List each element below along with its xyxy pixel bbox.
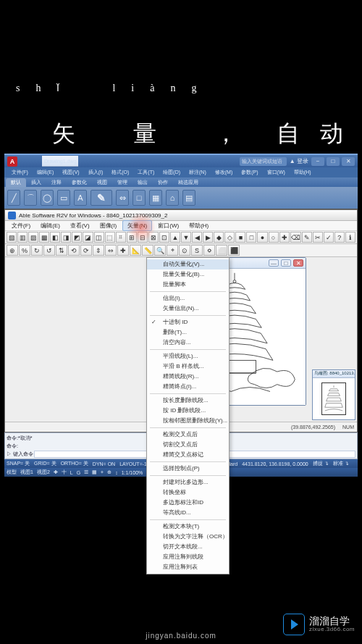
autocad-logo-icon[interactable]: A xyxy=(7,156,17,167)
menu-item[interactable]: 十进制 ID xyxy=(147,317,229,327)
toolbar-button[interactable]: ◇ xyxy=(224,232,235,243)
toolbar-button[interactable]: ◨ xyxy=(61,232,71,243)
menu-item[interactable]: 转换坐标 xyxy=(147,488,229,498)
menu-item[interactable]: 检测交叉点后 xyxy=(147,430,229,440)
autocad-menu-item[interactable]: 标注(N) xyxy=(186,169,209,176)
ribbon-button[interactable]: ▤ xyxy=(182,190,195,206)
toolbar-button[interactable]: ▼ xyxy=(181,232,191,243)
toolbar-button[interactable]: ℹ xyxy=(345,232,355,243)
toolbar-button[interactable]: ✂ xyxy=(313,232,323,243)
menu-item[interactable]: 检测文本块(T) xyxy=(147,522,229,532)
menu-item[interactable]: 精简终点(I)... xyxy=(147,382,229,392)
toolbar-button[interactable]: ↺ xyxy=(43,245,55,256)
autocad-menu-item[interactable]: 工具(T) xyxy=(135,169,157,176)
menu-item[interactable]: 平滑 B 样条线... xyxy=(147,361,229,372)
autocad-menu-item[interactable]: 视图(V) xyxy=(59,169,82,176)
toolbar-button[interactable]: ⭘ xyxy=(203,245,215,256)
status-item[interactable]: ☰ xyxy=(84,469,88,475)
status-item[interactable]: GRID= 关 xyxy=(34,460,56,467)
r2v-menu-item[interactable]: 帮助(H) xyxy=(185,221,213,230)
toolbar-button[interactable]: ⌫ xyxy=(290,232,301,243)
autocad-menu-item[interactable]: 参数(P) xyxy=(238,169,261,176)
toolbar-button[interactable]: ◀ xyxy=(192,232,202,243)
ribbon-button[interactable]: ⌒ xyxy=(24,190,37,206)
menu-item[interactable]: 封建对比多边形... xyxy=(147,477,229,488)
status-item[interactable]: ⌖ xyxy=(101,469,104,475)
ribbon-tab[interactable]: 默认 xyxy=(6,178,26,187)
r2v-toolbar-2[interactable]: ⊕%↻↺⇅⟲⟳⇕⇔✚📐📏🔍⌖⊙S⭘⬜⬛ xyxy=(5,244,357,257)
toolbar-button[interactable]: ⬜ xyxy=(216,245,227,256)
autocad-menubar[interactable]: 文件(F)编辑(E)视图(V)插入(I)格式(O)工具(T)绘图(D)标注(N)… xyxy=(4,167,358,177)
overview-window[interactable]: 鸟瞰图: 8840_10213... xyxy=(312,369,355,420)
r2v-menu-item[interactable]: 编辑(E) xyxy=(36,221,64,230)
toolbar-button[interactable]: ▧ xyxy=(7,232,17,243)
vector-menu-dropdown[interactable]: 自动矢量化(V)...批量矢量化(B)...批量脚本信息(I)...矢量信息(N… xyxy=(146,257,230,574)
toolbar-button[interactable]: ▩ xyxy=(39,232,49,243)
r2v-menu-item[interactable]: 窗口(W) xyxy=(153,221,183,230)
ribbon-button[interactable]: ▭ xyxy=(57,190,70,206)
toolbar-button[interactable]: ⇔ xyxy=(105,245,117,256)
menu-item[interactable]: 按 ID 删除线段... xyxy=(147,406,229,416)
ribbon-tab[interactable]: 参数化 xyxy=(67,178,92,187)
status-item[interactable]: 模型 xyxy=(7,469,17,476)
ribbon-button[interactable]: A xyxy=(74,190,87,206)
toolbar-button[interactable]: □ xyxy=(246,232,256,243)
menu-item[interactable]: 等高线ID... xyxy=(147,508,229,518)
toolbar-button[interactable]: ⬚ xyxy=(105,232,115,243)
toolbar-button[interactable]: ? xyxy=(334,232,345,243)
status-item[interactable]: 1:1/100% xyxy=(122,470,143,475)
menu-item[interactable]: 转换为文字注释（OCR） xyxy=(147,532,229,542)
ribbon-button[interactable]: ╱ xyxy=(7,190,20,206)
toolbar-button[interactable]: ⌖ xyxy=(167,245,178,256)
toolbar-button[interactable]: ▥ xyxy=(17,232,28,243)
r2v-menu-item[interactable]: 图像(I) xyxy=(96,221,122,230)
ribbon-tabs[interactable]: 默认插入注释参数化视图管理输出协作精选应用 xyxy=(4,177,358,187)
status-item[interactable]: 视图1 xyxy=(20,469,33,476)
toolbar-button[interactable]: ⊙ xyxy=(179,245,190,256)
toolbar-button[interactable]: ✚ xyxy=(117,245,129,256)
ribbon-tab[interactable]: 协作 xyxy=(153,178,173,187)
status-item[interactable]: 视图2 xyxy=(37,469,50,476)
toolbar-button[interactable]: ⟳ xyxy=(80,245,92,256)
login-button[interactable]: ▲ 登录 xyxy=(290,157,308,165)
toolbar-button[interactable]: ⊡ xyxy=(159,232,169,243)
toolbar-button[interactable]: ◩ xyxy=(72,232,82,243)
doc-maximize-button[interactable]: □ xyxy=(281,259,291,267)
menu-item[interactable]: 矢量信息(N)... xyxy=(147,304,229,314)
help-search-input[interactable]: 输入关键词或短语 xyxy=(240,157,287,166)
menu-item[interactable]: 精简交叉点标记 xyxy=(147,450,229,460)
ribbon-tab[interactable]: 视图 xyxy=(92,178,112,187)
toolbar-button[interactable]: ⇅ xyxy=(56,245,67,256)
toolbar-button[interactable]: ↻ xyxy=(31,245,43,256)
toolbar-button[interactable]: ⇕ xyxy=(93,245,104,256)
status-item[interactable]: ✚ xyxy=(54,469,58,475)
menu-item[interactable]: 应用注释到线段 xyxy=(147,552,229,562)
menu-item[interactable]: 删除(T)... xyxy=(147,327,229,338)
toolbar-button[interactable]: ⟲ xyxy=(68,245,80,256)
toolbar-button[interactable]: ✎ xyxy=(302,232,312,243)
menu-item[interactable]: 选择控制点(P) xyxy=(147,464,229,474)
status-item[interactable]: 捕捉 ↴ xyxy=(313,460,329,467)
toolbar-button[interactable]: ✚ xyxy=(279,232,290,243)
autocad-menu-item[interactable]: 窗口(W) xyxy=(264,169,288,176)
autocad-menu-item[interactable]: 帮助(H) xyxy=(291,169,314,176)
status-item[interactable]: 十 xyxy=(62,469,67,476)
r2v-menu-item[interactable]: 文件(F) xyxy=(7,221,35,230)
toolbar-button[interactable]: % xyxy=(19,245,30,256)
autocad-menu-item[interactable]: 修改(M) xyxy=(212,169,236,176)
ribbon-tab[interactable]: 精选应用 xyxy=(173,178,203,187)
toolbar-button[interactable]: ◆ xyxy=(214,232,224,243)
toolbar-button[interactable]: ⊞ xyxy=(127,232,137,243)
toolbar-button[interactable]: 🔍 xyxy=(154,245,166,256)
maximize-button[interactable]: □ xyxy=(327,157,340,166)
menu-item[interactable]: 批量矢量化(B)... xyxy=(147,269,229,280)
toolbar-button[interactable]: ⬛ xyxy=(228,245,240,256)
toolbar-button[interactable]: ■ xyxy=(235,232,245,243)
ribbon-button[interactable]: ▦ xyxy=(149,190,162,206)
toolbar-button[interactable]: ◫ xyxy=(94,232,104,243)
status-item[interactable]: DYN= ON xyxy=(93,461,115,467)
menu-item[interactable]: 按相邻图层删除线段(Y)... xyxy=(147,416,229,426)
autocad-menu-item[interactable]: 编辑(E) xyxy=(34,169,56,176)
toolbar-button[interactable]: ◧ xyxy=(50,232,60,243)
toolbar-button[interactable]: ○ xyxy=(269,232,279,243)
